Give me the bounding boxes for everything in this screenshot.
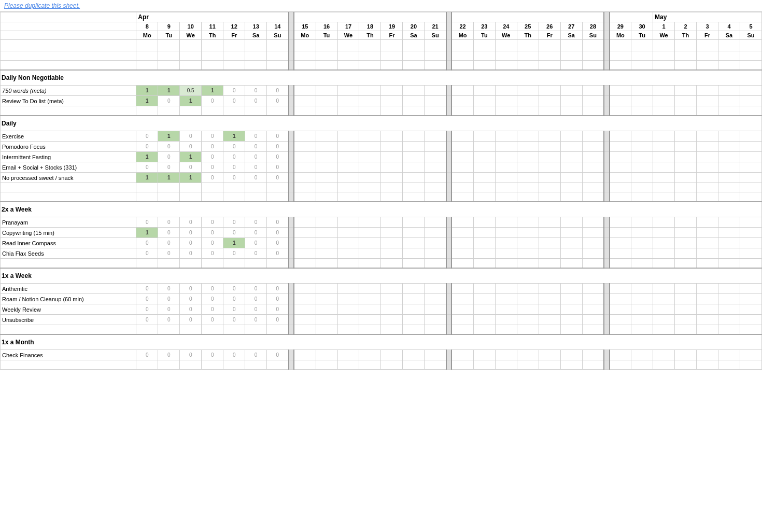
data-cell[interactable] — [294, 152, 316, 162]
data-cell[interactable] — [337, 284, 359, 294]
data-cell[interactable] — [337, 162, 359, 173]
data-cell[interactable]: 0 — [158, 350, 180, 360]
data-cell[interactable] — [403, 315, 425, 325]
data-cell[interactable]: 1 — [202, 86, 223, 96]
data-cell[interactable]: 0 — [245, 248, 267, 259]
data-cell[interactable] — [718, 350, 740, 360]
data-cell[interactable] — [740, 217, 761, 228]
data-cell[interactable] — [604, 86, 609, 96]
data-cell[interactable] — [560, 86, 582, 96]
data-cell[interactable] — [316, 142, 337, 152]
data-cell[interactable] — [539, 294, 560, 304]
data-cell[interactable] — [294, 238, 316, 248]
data-cell[interactable] — [495, 284, 517, 294]
data-cell[interactable] — [740, 162, 761, 173]
data-cell[interactable]: 0 — [223, 162, 245, 173]
data-cell[interactable]: 0 — [245, 315, 267, 325]
data-cell[interactable] — [473, 304, 495, 315]
data-cell[interactable] — [582, 131, 604, 142]
data-cell[interactable] — [446, 315, 451, 325]
data-cell[interactable] — [294, 315, 316, 325]
data-cell[interactable] — [653, 173, 675, 183]
data-cell[interactable] — [631, 162, 653, 173]
data-cell[interactable] — [604, 238, 609, 248]
data-cell[interactable]: 0 — [223, 350, 245, 360]
data-cell[interactable] — [718, 315, 740, 325]
data-cell[interactable] — [653, 294, 675, 304]
data-cell[interactable] — [337, 350, 359, 360]
data-cell[interactable] — [610, 96, 631, 106]
data-cell[interactable] — [718, 86, 740, 96]
data-cell[interactable]: 0 — [180, 304, 202, 315]
data-cell[interactable]: 0 — [158, 248, 180, 259]
data-cell[interactable] — [425, 315, 446, 325]
data-cell[interactable] — [718, 152, 740, 162]
data-cell[interactable]: 0 — [158, 284, 180, 294]
data-cell[interactable] — [718, 173, 740, 183]
data-cell[interactable] — [337, 315, 359, 325]
data-cell[interactable] — [425, 294, 446, 304]
data-cell[interactable] — [381, 96, 403, 106]
data-cell[interactable] — [473, 162, 495, 173]
data-cell[interactable] — [631, 315, 653, 325]
data-cell[interactable] — [560, 96, 582, 106]
data-cell[interactable] — [359, 86, 381, 96]
data-cell[interactable] — [451, 86, 473, 96]
data-cell[interactable] — [473, 238, 495, 248]
data-cell[interactable]: 0 — [267, 228, 289, 238]
data-cell[interactable] — [425, 248, 446, 259]
data-cell[interactable] — [631, 86, 653, 96]
data-cell[interactable] — [359, 238, 381, 248]
data-cell[interactable] — [675, 228, 697, 238]
data-cell[interactable] — [495, 131, 517, 142]
data-cell[interactable] — [294, 248, 316, 259]
data-cell[interactable] — [316, 304, 337, 315]
data-cell[interactable] — [604, 304, 609, 315]
data-cell[interactable] — [718, 238, 740, 248]
data-cell[interactable] — [517, 86, 539, 96]
data-cell[interactable] — [359, 173, 381, 183]
data-cell[interactable]: 0 — [223, 315, 245, 325]
data-cell[interactable] — [473, 173, 495, 183]
data-cell[interactable]: 0 — [136, 350, 158, 360]
data-cell[interactable] — [316, 217, 337, 228]
data-cell[interactable] — [560, 217, 582, 228]
data-cell[interactable] — [517, 228, 539, 238]
data-cell[interactable] — [381, 162, 403, 173]
data-cell[interactable]: 0 — [223, 217, 245, 228]
data-cell[interactable] — [289, 152, 294, 162]
data-cell[interactable]: 0 — [245, 131, 267, 142]
data-cell[interactable]: 0 — [202, 294, 223, 304]
data-cell[interactable] — [425, 217, 446, 228]
data-cell[interactable] — [604, 173, 609, 183]
data-cell[interactable] — [316, 173, 337, 183]
data-cell[interactable] — [740, 315, 761, 325]
data-cell[interactable] — [517, 162, 539, 173]
data-cell[interactable] — [359, 162, 381, 173]
data-cell[interactable]: 0 — [180, 217, 202, 228]
data-cell[interactable] — [740, 86, 761, 96]
data-cell[interactable] — [337, 304, 359, 315]
data-cell[interactable] — [446, 142, 451, 152]
data-cell[interactable]: 0 — [136, 217, 158, 228]
data-cell[interactable] — [381, 131, 403, 142]
data-cell[interactable]: 0 — [267, 173, 289, 183]
data-cell[interactable] — [446, 131, 451, 142]
data-cell[interactable] — [631, 152, 653, 162]
data-cell[interactable]: 1 — [158, 173, 180, 183]
data-cell[interactable] — [359, 228, 381, 238]
data-cell[interactable]: 0 — [202, 162, 223, 173]
data-cell[interactable] — [718, 162, 740, 173]
data-cell[interactable] — [359, 294, 381, 304]
data-cell[interactable] — [604, 96, 609, 106]
data-cell[interactable] — [294, 173, 316, 183]
data-cell[interactable] — [289, 162, 294, 173]
data-cell[interactable] — [289, 284, 294, 294]
data-cell[interactable] — [740, 96, 761, 106]
data-cell[interactable] — [653, 304, 675, 315]
data-cell[interactable] — [451, 238, 473, 248]
data-cell[interactable] — [473, 152, 495, 162]
data-cell[interactable]: 0 — [158, 162, 180, 173]
data-cell[interactable]: 0 — [158, 238, 180, 248]
data-cell[interactable] — [294, 284, 316, 294]
